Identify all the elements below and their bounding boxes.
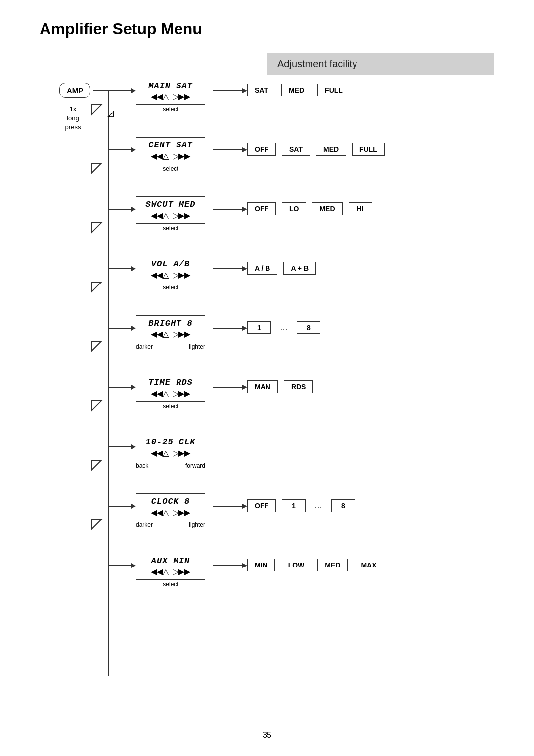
svg-marker-13 bbox=[242, 207, 247, 212]
svg-marker-46 bbox=[91, 401, 101, 411]
menu-item-cent-sat: CENT SAT ◀◀△ ▷▶▶ select bbox=[136, 137, 205, 172]
menu-title-swcut-med: SWCUT MED bbox=[143, 200, 198, 209]
svg-marker-9 bbox=[242, 147, 247, 152]
down-indicator-2 bbox=[89, 161, 106, 178]
svg-marker-25 bbox=[242, 385, 247, 390]
svg-marker-15 bbox=[131, 266, 136, 271]
menu-title-cent-sat: CENT SAT bbox=[143, 141, 198, 150]
options-main-sat: SAT MED FULL bbox=[247, 84, 350, 96]
menu-item-swcut-med: SWCUT MED ◀◀△ ▷▶▶ select bbox=[136, 196, 205, 232]
menu-item-clock-8: CLOCK 8 ◀◀△ ▷▶▶ darkerlighter bbox=[136, 493, 205, 528]
svg-marker-44 bbox=[91, 341, 101, 351]
menu-title-aux-min: AUX MIN bbox=[143, 556, 198, 566]
nav-arrows-clock-8: ◀◀△ ▷▶▶ bbox=[143, 508, 198, 517]
down-indicator-1 bbox=[89, 102, 106, 117]
svg-marker-35 bbox=[242, 563, 247, 568]
svg-marker-29 bbox=[131, 504, 136, 509]
nav-arrows-clk: ◀◀△ ▷▶▶ bbox=[143, 448, 198, 458]
menu-item-bright-8: BRIGHT 8 ◀◀△ ▷▶▶ darkerlighter bbox=[136, 315, 205, 350]
nav-label-cent-sat: select bbox=[136, 165, 205, 172]
down-indicator-4 bbox=[89, 280, 106, 296]
options-bright-8: 1 … 8 bbox=[247, 321, 320, 334]
svg-marker-23 bbox=[131, 385, 136, 390]
nav-label-clock-8: darkerlighter bbox=[136, 521, 205, 528]
svg-marker-38 bbox=[91, 163, 101, 173]
nav-arrows-aux-min: ◀◀△ ▷▶▶ bbox=[143, 567, 198, 576]
menu-item-clk: 10-25 CLK ◀◀△ ▷▶▶ backforward bbox=[136, 434, 205, 469]
amp-label: AMP bbox=[67, 86, 83, 94]
nav-arrows-time-rds: ◀◀△ ▷▶▶ bbox=[143, 389, 198, 398]
svg-marker-7 bbox=[131, 147, 136, 152]
menu-title-time-rds: TIME RDS bbox=[143, 378, 198, 387]
options-vol-ab: A / B A + B bbox=[247, 262, 316, 275]
menu-title-clock-8: CLOCK 8 bbox=[143, 497, 198, 506]
nav-label-clk: backforward bbox=[136, 462, 205, 469]
nav-label-bright-8: darkerlighter bbox=[136, 343, 205, 350]
nav-label-aux-min: select bbox=[136, 581, 205, 588]
menu-item-vol-ab: VOL A/B ◀◀△ ▷▶▶ select bbox=[136, 256, 205, 291]
amp-sublabel: 1xlongpress bbox=[57, 105, 89, 132]
options-cent-sat: OFF SAT MED FULL bbox=[247, 143, 385, 156]
svg-marker-19 bbox=[131, 326, 136, 331]
options-clock-8: OFF 1 … 8 bbox=[247, 499, 355, 512]
nav-label-swcut-med: select bbox=[136, 225, 205, 232]
nav-down-main-sat: ⊾ bbox=[106, 107, 115, 120]
amp-button[interactable]: AMP bbox=[59, 83, 90, 98]
svg-marker-31 bbox=[242, 504, 247, 509]
nav-label-time-rds: select bbox=[136, 403, 205, 410]
nav-label-vol-ab: select bbox=[136, 284, 205, 291]
svg-marker-11 bbox=[131, 207, 136, 212]
adjustment-facility-box: Adjustment facility bbox=[267, 53, 494, 75]
page-number: 35 bbox=[30, 731, 504, 740]
menu-item-main-sat: MAIN SAT ◀◀△ ▷▶▶ select ⊾ bbox=[136, 78, 205, 113]
nav-arrows-vol-ab: ◀◀△ ▷▶▶ bbox=[143, 270, 198, 280]
down-indicator-5 bbox=[89, 339, 106, 356]
down-indicator-8 bbox=[89, 517, 106, 534]
menu-title-vol-ab: VOL A/B bbox=[143, 259, 198, 269]
options-swcut-med: OFF LO MED HI bbox=[247, 202, 372, 215]
adjustment-facility-label: Adjustment facility bbox=[277, 58, 357, 69]
options-aux-min: MIN LOW MED MAX bbox=[247, 559, 384, 571]
down-indicator-3 bbox=[89, 220, 106, 237]
svg-marker-40 bbox=[91, 223, 101, 233]
svg-marker-33 bbox=[131, 563, 136, 568]
svg-marker-5 bbox=[242, 88, 247, 93]
svg-marker-1 bbox=[131, 88, 136, 93]
menu-title-clk: 10-25 CLK bbox=[143, 437, 198, 447]
menu-item-time-rds: TIME RDS ◀◀△ ▷▶▶ select bbox=[136, 375, 205, 410]
svg-marker-17 bbox=[242, 266, 247, 271]
nav-arrows-bright-8: ◀◀△ ▷▶▶ bbox=[143, 330, 198, 339]
svg-marker-27 bbox=[131, 444, 136, 449]
down-indicator-7 bbox=[89, 458, 106, 474]
svg-marker-50 bbox=[91, 520, 101, 529]
options-time-rds: MAN RDS bbox=[247, 380, 313, 393]
nav-arrows-main-sat: ◀◀△ ▷▶▶ bbox=[143, 92, 198, 101]
svg-marker-48 bbox=[91, 460, 101, 470]
menu-item-aux-min: AUX MIN ◀◀△ ▷▶▶ select bbox=[136, 553, 205, 588]
nav-arrows-swcut-med: ◀◀△ ▷▶▶ bbox=[143, 211, 198, 220]
menu-title-bright-8: BRIGHT 8 bbox=[143, 319, 198, 328]
down-indicator-6 bbox=[89, 398, 106, 415]
nav-label-main-sat: select bbox=[136, 106, 205, 113]
menu-title-main-sat: MAIN SAT bbox=[143, 81, 198, 91]
svg-marker-36 bbox=[91, 105, 101, 115]
svg-marker-42 bbox=[91, 282, 101, 292]
nav-arrows-cent-sat: ◀◀△ ▷▶▶ bbox=[143, 151, 198, 161]
svg-marker-21 bbox=[242, 326, 247, 331]
page-title: Amplifier Setup Menu bbox=[40, 20, 504, 38]
